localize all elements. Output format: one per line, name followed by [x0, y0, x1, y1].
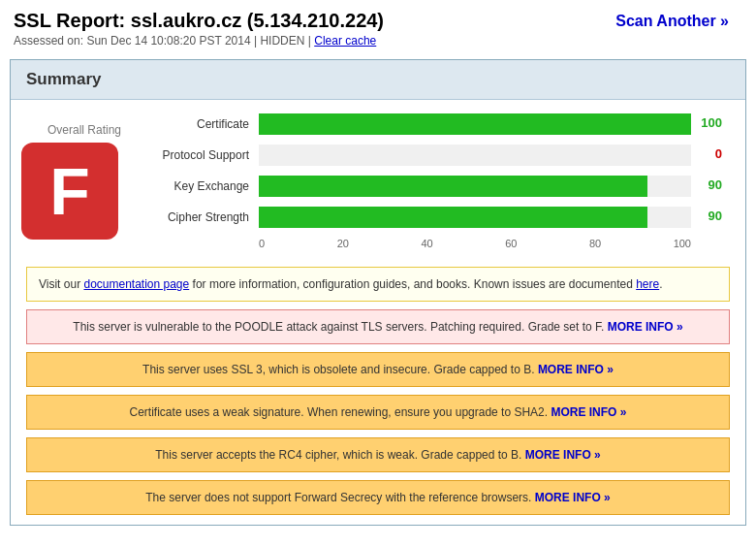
alert-text: This server is vulnerable to the POODLE …	[73, 320, 607, 334]
more-info-link[interactable]: MORE INFO »	[608, 320, 683, 334]
bar-value: 100	[693, 115, 722, 130]
assessed-info: Assessed on: Sun Dec 14 10:08:20 PST 201…	[14, 34, 742, 48]
overall-rating-label: Overall Rating	[26, 123, 142, 137]
bar-track-container: 100	[259, 113, 730, 135]
bar-track: 90	[259, 176, 691, 197]
grade-box: F	[21, 143, 118, 240]
more-info-link[interactable]: MORE INFO »	[535, 491, 611, 504]
bar-label: Cipher Strength	[142, 210, 259, 224]
alert-text: This server uses SSL 3, which is obsolet…	[142, 363, 538, 376]
rating-row: Overall Rating F Certificate100Protocol …	[26, 113, 730, 249]
bars-container: Certificate100Protocol Support0Key Excha…	[142, 113, 730, 228]
assessed-value: Sun Dec 14 10:08:20 PST 2014 | HIDDEN |	[86, 34, 310, 48]
alert-notice: The server does not support Forward Secr…	[26, 480, 730, 515]
more-info-link[interactable]: MORE INFO »	[551, 405, 626, 419]
bar-label: Key Exchange	[142, 179, 259, 193]
axis-label: 60	[505, 238, 517, 249]
info-text-before: Visit our	[39, 277, 83, 291]
alert-notice: This server is vulnerable to the POODLE …	[26, 309, 730, 344]
clear-cache-link[interactable]: Clear cache	[314, 34, 376, 48]
bar-label: Certificate	[142, 117, 259, 131]
axis-label: 0	[259, 238, 265, 249]
chart-area: Certificate100Protocol Support0Key Excha…	[142, 113, 730, 249]
info-text-after: .	[659, 277, 662, 291]
axis-label: 40	[421, 238, 432, 249]
axis-label: 80	[589, 238, 601, 249]
more-info-link[interactable]: MORE INFO »	[525, 448, 601, 462]
bar-row: Certificate100	[142, 113, 730, 135]
assessed-label: Assessed on:	[14, 34, 83, 48]
bar-row: Cipher Strength90	[142, 207, 730, 228]
bar-fill	[259, 176, 647, 197]
info-text-middle: for more information, configuration guid…	[189, 277, 636, 291]
grade-column: Overall Rating F	[26, 123, 142, 240]
bar-row: Protocol Support0	[142, 145, 730, 166]
scan-another-link[interactable]: Scan Another »	[615, 13, 742, 30]
bar-fill	[259, 207, 647, 228]
bar-track: 0	[259, 145, 691, 166]
axis-labels: 020406080100	[259, 238, 691, 249]
bar-label: Protocol Support	[142, 148, 259, 162]
chart-axis: 020406080100	[259, 238, 730, 249]
bar-value: 90	[693, 177, 722, 192]
more-info-link[interactable]: MORE INFO »	[538, 363, 614, 376]
bar-track-container: 90	[259, 176, 730, 197]
alert-text: The server does not support Forward Secr…	[145, 491, 535, 504]
summary-body: Overall Rating F Certificate100Protocol …	[11, 100, 745, 259]
documentation-link[interactable]: documentation page	[83, 277, 189, 291]
bar-track-container: 90	[259, 207, 730, 228]
axis-label: 100	[674, 238, 691, 249]
summary-header: Summary	[11, 60, 745, 100]
bar-value: 0	[693, 146, 722, 161]
alert-notice: This server uses SSL 3, which is obsolet…	[26, 352, 730, 387]
bar-track: 100	[259, 113, 691, 135]
alerts-container: This server is vulnerable to the POODLE …	[11, 309, 745, 515]
alert-notice: Certificate uses a weak signature. When …	[26, 395, 730, 430]
bar-value: 90	[693, 209, 722, 223]
main-panel: Summary Overall Rating F Certificate100P…	[10, 59, 746, 526]
bar-track-container: 0	[259, 145, 730, 166]
alert-notice: This server accepts the RC4 cipher, whic…	[26, 437, 730, 472]
axis-label: 20	[337, 238, 349, 249]
info-notice: Visit our documentation page for more in…	[26, 267, 730, 302]
bar-track: 90	[259, 207, 691, 228]
bar-row: Key Exchange90	[142, 176, 730, 197]
alert-text: Certificate uses a weak signature. When …	[130, 405, 551, 419]
bar-fill	[259, 113, 691, 135]
alert-text: This server accepts the RC4 cipher, whic…	[155, 448, 525, 462]
notices-section: Visit our documentation page for more in…	[11, 267, 745, 515]
known-issues-link[interactable]: here	[636, 277, 659, 291]
